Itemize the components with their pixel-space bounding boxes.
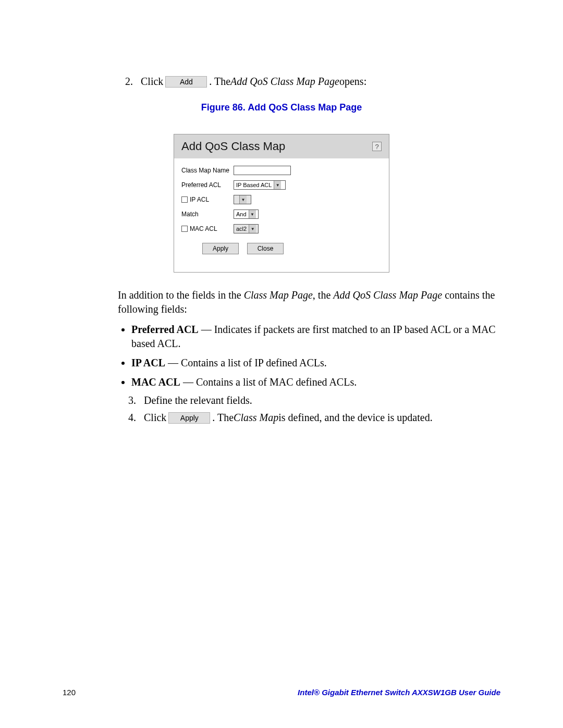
row-match: Match And ▼ — [181, 209, 382, 219]
label-ipacl: IP ACL — [181, 196, 234, 203]
step-4-italic: Class Map — [234, 412, 278, 424]
dialog-titlebar: Add QoS Class Map ? — [174, 134, 389, 158]
bullet-2-t: — Contains a list of MAC defined ACLs. — [180, 376, 357, 388]
step-text-italic: Add QoS Class Map Page — [230, 76, 339, 88]
dialog-title: Add QoS Class Map — [181, 140, 285, 153]
step-text-click: Click — [141, 76, 163, 88]
intro-p2: , the — [313, 289, 333, 301]
step-number: 4. — [128, 412, 144, 424]
dialog-buttons: Apply Close — [202, 243, 382, 254]
bullet-0-b: Preferred ACL — [131, 324, 199, 335]
dialog-body: Class Map Name Preferred ACL IP Based AC… — [174, 158, 389, 272]
step-4-after1: . The — [212, 412, 234, 424]
macacl-value: acl2 — [234, 226, 249, 232]
close-button[interactable]: Close — [247, 243, 284, 254]
chevron-down-icon: ▼ — [239, 195, 247, 204]
label-macacl: MAC ACL — [181, 225, 234, 232]
chevron-down-icon: ▼ — [274, 181, 281, 189]
step-2: 2. Click Add . The Add QoS Class Map Pag… — [125, 76, 500, 88]
help-icon[interactable]: ? — [372, 142, 382, 151]
ipacl-select[interactable]: ▼ — [234, 195, 251, 204]
label-macacl-text: MAC ACL — [190, 225, 217, 232]
intro-i2: Add QoS Class Map Page — [333, 289, 442, 301]
step-4-after2: is defined, and the device is updated. — [278, 412, 432, 424]
match-select[interactable]: And ▼ — [234, 209, 259, 219]
chevron-down-icon: ▼ — [249, 225, 256, 233]
step-4-click: Click — [144, 412, 166, 424]
label-classmap: Class Map Name — [181, 167, 234, 174]
bullet-ipacl: IP ACL — Contains a list of IP defined A… — [131, 356, 500, 370]
row-macacl: MAC ACL acl2 ▼ — [181, 224, 382, 233]
label-ipacl-text: IP ACL — [190, 196, 209, 203]
step-text-after1: . The — [209, 76, 230, 88]
label-match: Match — [181, 211, 234, 218]
apply-button-inline[interactable]: Apply — [168, 412, 210, 424]
add-button-inline[interactable]: Add — [165, 76, 207, 88]
field-bullets: Preferred ACL — Indicates if packets are… — [131, 323, 500, 389]
match-value: And — [234, 211, 249, 217]
step-text-after2: opens: — [339, 76, 366, 88]
guide-title: Intel® Gigabit Ethernet Switch AXXSW1GB … — [298, 688, 500, 697]
step-4: 4. Click Apply . The Class Map is define… — [128, 412, 500, 424]
row-preferred: Preferred ACL IP Based ACL ▼ — [181, 180, 382, 190]
apply-button[interactable]: Apply — [202, 243, 239, 254]
intro-paragraph: In addition to the fields in the Class M… — [118, 288, 500, 316]
bullet-preferred: Preferred ACL — Indicates if packets are… — [131, 323, 500, 351]
page-footer: 120 Intel® Gigabit Ethernet Switch AXXSW… — [63, 688, 500, 697]
bullet-1-t: — Contains a list of IP defined ACLs. — [165, 357, 327, 368]
bullet-2-b: MAC ACL — [131, 376, 180, 388]
classmap-name-input[interactable] — [234, 166, 291, 175]
page-number: 120 — [63, 688, 76, 697]
label-preferred: Preferred ACL — [181, 181, 234, 189]
numbered-steps: 3. Define the relevant fields. 4. Click … — [128, 394, 500, 424]
ipacl-checkbox[interactable] — [181, 196, 188, 203]
macacl-checkbox[interactable] — [181, 226, 188, 232]
macacl-select[interactable]: acl2 ▼ — [234, 224, 259, 233]
intro-p1: In addition to the fields in the — [118, 289, 244, 301]
bullet-1-b: IP ACL — [131, 357, 165, 368]
row-ipacl: IP ACL ▼ — [181, 195, 382, 204]
bullet-macacl: MAC ACL — Contains a list of MAC defined… — [131, 375, 500, 389]
step-number: 2. — [125, 76, 141, 88]
figure-caption: Figure 86. Add QoS Class Map Page — [63, 102, 500, 113]
dialog-screenshot: Add QoS Class Map ? Class Map Name Prefe… — [63, 134, 500, 273]
row-classmap: Class Map Name — [181, 166, 382, 175]
preferred-acl-value: IP Based ACL — [234, 182, 274, 188]
add-qos-dialog: Add QoS Class Map ? Class Map Name Prefe… — [174, 134, 389, 273]
intro-i1: Class Map Page — [244, 289, 313, 301]
step-3: 3. Define the relevant fields. — [128, 394, 500, 406]
preferred-acl-select[interactable]: IP Based ACL ▼ — [234, 180, 286, 190]
step-3-text: Define the relevant fields. — [144, 394, 252, 406]
step-number: 3. — [128, 394, 144, 406]
chevron-down-icon: ▼ — [249, 210, 256, 218]
